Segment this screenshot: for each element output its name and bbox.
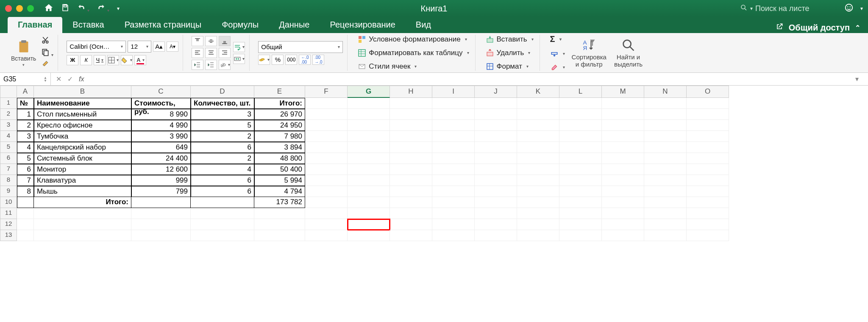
cell-M1[interactable] xyxy=(602,98,644,109)
select-all-corner[interactable] xyxy=(0,86,17,98)
col-header-M[interactable]: M xyxy=(602,86,644,98)
clear-icon[interactable] xyxy=(548,62,567,72)
cell-D12[interactable] xyxy=(191,219,254,230)
cell-K12[interactable] xyxy=(517,219,559,230)
cell-G5[interactable] xyxy=(348,142,390,153)
italic-button[interactable]: К xyxy=(80,55,92,65)
cell-F1[interactable] xyxy=(305,98,348,109)
tab-разметка-страницы[interactable]: Разметка страницы xyxy=(114,17,211,33)
cell-E13[interactable] xyxy=(254,230,305,241)
cell-O12[interactable] xyxy=(687,219,729,230)
cell-J2[interactable] xyxy=(475,109,517,120)
cell-O5[interactable] xyxy=(687,142,729,153)
cell-D5[interactable]: 6 xyxy=(191,142,254,153)
cell-M6[interactable] xyxy=(602,153,644,164)
share-label[interactable]: Общий доступ xyxy=(789,23,850,33)
cell-E1[interactable]: Итого: xyxy=(254,98,305,109)
col-header-I[interactable]: I xyxy=(432,86,475,98)
cell-K13[interactable] xyxy=(517,230,559,241)
cell-N10[interactable] xyxy=(644,197,687,208)
col-header-C[interactable]: C xyxy=(131,86,191,98)
cell-I11[interactable] xyxy=(432,208,475,219)
cell-J13[interactable] xyxy=(475,230,517,241)
cell-J1[interactable] xyxy=(475,98,517,109)
tab-формулы[interactable]: Формулы xyxy=(211,17,269,33)
font-size-select[interactable]: 12▾ xyxy=(128,41,151,53)
cell-H5[interactable] xyxy=(390,142,432,153)
cell-E3[interactable]: 24 950 xyxy=(254,120,305,131)
collapse-ribbon-icon[interactable]: ⌃ xyxy=(855,24,860,32)
cell-N2[interactable] xyxy=(644,109,687,120)
col-header-G[interactable]: G xyxy=(348,86,390,98)
cell-I12[interactable] xyxy=(432,219,475,230)
namebox-spinner-icon[interactable]: ▲▼ xyxy=(44,76,47,82)
cell-F7[interactable] xyxy=(305,164,348,175)
row-header-7[interactable]: 7 xyxy=(0,164,17,175)
cell-C2[interactable]: 8 990 xyxy=(131,109,191,120)
align-center-icon[interactable] xyxy=(205,48,217,58)
row-header-13[interactable]: 13 xyxy=(0,230,17,241)
merge-cells-icon[interactable] xyxy=(233,54,245,64)
cell-F10[interactable] xyxy=(305,197,348,208)
cell-N5[interactable] xyxy=(644,142,687,153)
cell-B9[interactable]: Мышь xyxy=(34,186,131,197)
autosum-icon[interactable]: Σ xyxy=(548,33,567,45)
cell-B3[interactable]: Кресло офисное xyxy=(34,120,131,131)
undo-icon[interactable] xyxy=(77,3,89,14)
currency-icon[interactable] xyxy=(258,55,270,65)
cell-L7[interactable] xyxy=(559,164,602,175)
spreadsheet-grid[interactable]: ABCDEFGHIJKLMNO1№НаименованиеСтоимость, … xyxy=(0,86,868,241)
maximize-window[interactable] xyxy=(27,5,34,12)
redo-icon[interactable] xyxy=(97,3,109,14)
cell-L2[interactable] xyxy=(559,109,602,120)
cell-M3[interactable] xyxy=(602,120,644,131)
cell-I4[interactable] xyxy=(432,131,475,142)
row-header-10[interactable]: 10 xyxy=(0,197,17,208)
cell-J5[interactable] xyxy=(475,142,517,153)
row-header-1[interactable]: 1 xyxy=(0,98,17,109)
cell-G13[interactable] xyxy=(348,230,390,241)
search-box[interactable]: ▾ Поиск на листе xyxy=(740,4,837,14)
cell-M9[interactable] xyxy=(602,186,644,197)
cell-H1[interactable] xyxy=(390,98,432,109)
cell-D13[interactable] xyxy=(191,230,254,241)
cell-G4[interactable] xyxy=(348,131,390,142)
col-header-K[interactable]: K xyxy=(517,86,559,98)
cell-F13[interactable] xyxy=(305,230,348,241)
cell-K3[interactable] xyxy=(517,120,559,131)
cell-E9[interactable]: 4 794 xyxy=(254,186,305,197)
cell-H7[interactable] xyxy=(390,164,432,175)
cell-F11[interactable] xyxy=(305,208,348,219)
cell-G2[interactable] xyxy=(348,109,390,120)
cell-O4[interactable] xyxy=(687,131,729,142)
accept-formula-icon[interactable]: ✓ xyxy=(67,75,73,83)
col-header-B[interactable]: B xyxy=(34,86,131,98)
copy-icon[interactable] xyxy=(41,48,53,58)
align-top-icon[interactable] xyxy=(192,36,203,46)
cell-L10[interactable] xyxy=(559,197,602,208)
cell-C5[interactable]: 649 xyxy=(131,142,191,153)
cell-H3[interactable] xyxy=(390,120,432,131)
cell-J3[interactable] xyxy=(475,120,517,131)
borders-button[interactable] xyxy=(107,55,119,65)
cell-H10[interactable] xyxy=(390,197,432,208)
align-right-icon[interactable] xyxy=(219,48,231,58)
cell-A4[interactable]: 3 xyxy=(17,131,34,142)
col-header-F[interactable]: F xyxy=(305,86,348,98)
cell-E8[interactable]: 5 994 xyxy=(254,175,305,186)
cell-N7[interactable] xyxy=(644,164,687,175)
name-box[interactable]: G35 ▲▼ xyxy=(0,73,51,85)
home-icon[interactable] xyxy=(44,3,53,14)
row-header-12[interactable]: 12 xyxy=(0,219,17,230)
increase-indent-icon[interactable] xyxy=(205,60,217,70)
cell-J6[interactable] xyxy=(475,153,517,164)
cell-B1[interactable]: Наименование xyxy=(34,98,131,109)
cell-O7[interactable] xyxy=(687,164,729,175)
cell-B7[interactable]: Монитор xyxy=(34,164,131,175)
cell-O6[interactable] xyxy=(687,153,729,164)
close-window[interactable] xyxy=(5,5,12,12)
cell-M4[interactable] xyxy=(602,131,644,142)
cell-O10[interactable] xyxy=(687,197,729,208)
cell-F3[interactable] xyxy=(305,120,348,131)
cell-O2[interactable] xyxy=(687,109,729,120)
